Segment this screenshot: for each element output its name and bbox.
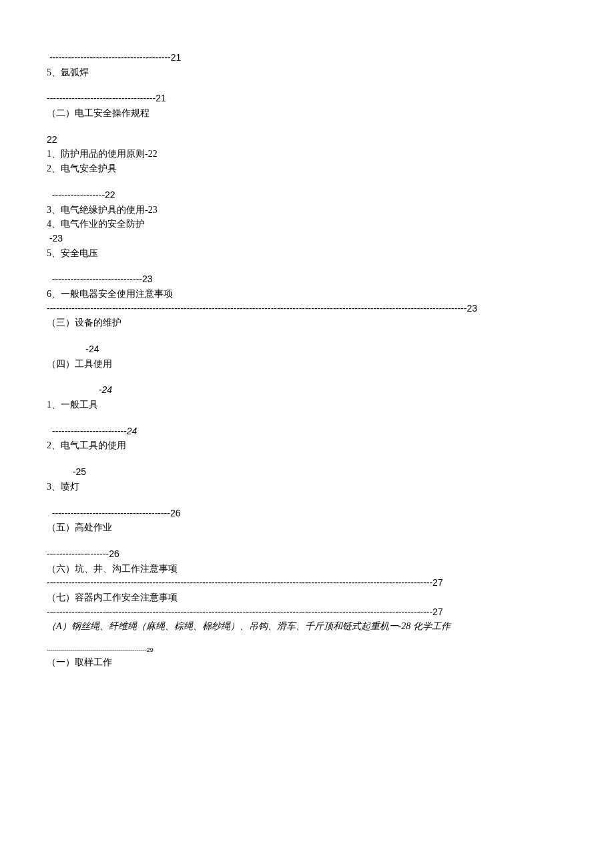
blank-line [47,494,570,506]
toc-line: 1、防护用品的使用原则-22 [47,147,570,161]
toc-line: 4、电气作业的安全防护 [47,217,570,232]
toc-line: （三）设备的维护 [47,316,570,330]
toc-line: 5、氩弧焊 [47,65,570,80]
blank-line [47,79,570,91]
toc-line: 22 [47,133,570,147]
toc-line: --------------------------------------26 [47,506,570,521]
toc-content: ---------------------------------------2… [47,51,570,670]
blank-line [47,330,570,342]
toc-line: 3、电气绝缘护具的使用-23 [47,203,570,218]
toc-line: -----------------------------23 [47,272,570,287]
toc-line: -24 [47,342,570,357]
blank-line [47,260,570,272]
document-page: ---------------------------------------2… [0,0,614,710]
blank-line [47,634,570,646]
blank-line [47,121,570,133]
toc-line: ------------------------24 [47,424,570,439]
toc-line: ----------------------------------------… [47,302,570,316]
toc-line: ---------------------------------------2… [47,51,570,65]
blank-line [47,176,570,188]
blank-line [47,412,570,424]
toc-line: （七）容器内工作安全注意事项 [47,590,570,605]
toc-line: （六）坑、井、沟工作注意事项 [47,562,570,576]
toc-line: （四）工具使用 [47,357,570,372]
toc-line: ----------------------------------------… [47,605,570,620]
blank-line [47,453,570,465]
toc-line: 2、电气安全护具 [47,161,570,176]
blank-line [47,535,570,547]
toc-line: -24 [47,383,570,398]
toc-line: --------------------26 [47,547,570,562]
toc-line: （五）高处作业 [47,520,570,535]
toc-line: -----------------22 [47,188,570,203]
toc-line: ----------------------------------------… [47,576,570,590]
toc-line: ----------------------------------------… [47,646,570,655]
toc-line: 3、喷灯 [47,480,570,494]
toc-line: （一）取样工作 [47,655,570,670]
blank-line [47,371,570,383]
toc-line: 6、一般电器安全使用注意事项 [47,287,570,302]
toc-line: （A）钢丝绳、纤维绳（麻绳、棕绳、棉纱绳）、吊钩、滑车、千斤顶和链式起重机一-2… [47,619,570,634]
toc-line: （二）电工安全操作规程 [47,106,570,121]
toc-line: -----------------------------------21 [47,91,570,106]
toc-line: 2、电气工具的使用 [47,438,570,453]
toc-line: 1、一般工具 [47,398,570,412]
toc-line: -23 [47,232,570,246]
toc-line: 5、安全电压 [47,246,570,261]
toc-line: -25 [47,465,570,480]
